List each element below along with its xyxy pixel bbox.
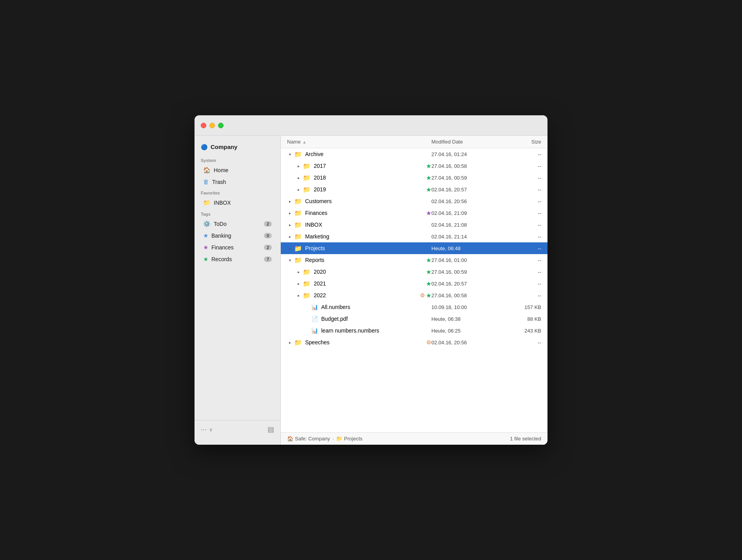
list-item[interactable]: 📊All.numbers10.09.18, 10:00157 KB [281, 301, 547, 313]
traffic-lights [201, 123, 224, 128]
file-row-badges: ★ [426, 174, 431, 182]
expand-arrow-icon[interactable]: ▸ [296, 281, 301, 286]
close-button[interactable] [201, 123, 206, 128]
file-row-size: -- [502, 340, 541, 345]
sidebar-item-trash[interactable]: 🗑 Trash [197, 176, 278, 187]
panel-button[interactable]: ▤ [267, 425, 274, 434]
green-star-badge: ★ [426, 292, 431, 299]
sidebar-item-finances[interactable]: ★ Finances 2 [197, 242, 278, 253]
sidebar-item-inbox[interactable]: 📁 INBOX [197, 197, 278, 208]
file-row-date: Heute, 06:38 [431, 316, 502, 322]
breadcrumb-home: Safe: Company [295, 436, 330, 442]
file-name-cell: ▾📁Reports★ [287, 256, 431, 264]
expand-arrow-icon[interactable]: ▸ [287, 234, 293, 239]
file-row-name: Projects [305, 245, 325, 251]
sidebar-company[interactable]: 🔵 Company [195, 142, 280, 155]
file-row-date: 02.04.16, 21:14 [431, 234, 502, 240]
app-window: 🔵 Company System 🏠 Home 🗑 Trash Favorite… [195, 115, 547, 445]
home-icon: 🏠 [203, 167, 211, 174]
expand-arrow-icon[interactable]: ▸ [287, 198, 293, 204]
folder-icon: 📁 [303, 162, 311, 170]
list-item[interactable]: ▸📁2021★02.04.16, 20:57-- [281, 278, 547, 289]
purple-star-badge: ★ [426, 209, 431, 217]
more-button[interactable]: ··· [201, 425, 207, 434]
file-name-cell: ▸📁Speeches⚙ [287, 339, 431, 346]
file-name-cell: ▸📁2017★ [287, 162, 431, 170]
banking-icon: ★ [203, 232, 208, 239]
expand-arrow-icon[interactable]: ▸ [296, 175, 301, 180]
file-name-cell: 📊All.numbers [287, 304, 431, 310]
file-row-date: 27.04.16, 00:58 [431, 163, 502, 169]
folder-icon: 📁 [294, 151, 302, 158]
chevron-button[interactable]: ∨ [209, 427, 213, 433]
file-row-name: Finances [305, 210, 327, 216]
file-name-cell: ▸📁2021★ [287, 280, 431, 287]
expand-arrow-icon[interactable] [304, 328, 310, 333]
col-header-name[interactable]: Name ▲ [287, 139, 431, 145]
expand-arrow-icon[interactable]: ▾ [287, 151, 293, 157]
list-item[interactable]: ▸📁2020★27.04.16, 00:59-- [281, 266, 547, 278]
green-star-badge: ★ [426, 256, 431, 264]
list-item[interactable]: ▸📁2022⚙★27.04.16, 00:58-- [281, 289, 547, 301]
file-row-size: 88 KB [502, 316, 541, 322]
list-item[interactable]: ▸📁Customers02.04.16, 20:56-- [281, 195, 547, 207]
list-item[interactable]: 📊learn numbers.numbersHeute, 06:25243 KB [281, 325, 547, 336]
list-item[interactable]: 📄Budget.pdfHeute, 06:3888 KB [281, 313, 547, 325]
file-row-name: Archive [305, 151, 324, 157]
file-row-size: -- [502, 175, 541, 181]
sidebar-item-records[interactable]: ★ Records 7 [197, 254, 278, 265]
file-name-cell: ▸📁Marketing [287, 233, 431, 240]
minimize-button[interactable] [209, 123, 215, 128]
sidebar-item-todo[interactable]: ⚙️ ToDo 2 [197, 218, 278, 229]
breadcrumb: 🏠 Safe: Company › 📁 Projects [287, 436, 362, 442]
expand-arrow-icon[interactable] [304, 316, 310, 322]
file-row-size: -- [502, 222, 541, 228]
expand-arrow-icon[interactable]: ▸ [287, 210, 293, 216]
file-name-cell: ▸📁2019★ [287, 186, 431, 193]
sidebar-trash-label: Trash [212, 179, 272, 185]
expand-arrow-icon[interactable]: ▸ [287, 340, 293, 345]
file-row-size: -- [502, 257, 541, 263]
file-row-date: 27.04.16, 01:00 [431, 257, 502, 263]
folder-icon: 📁 [294, 198, 302, 205]
expand-arrow-icon[interactable]: ▸ [296, 269, 301, 275]
list-item[interactable]: ▸📁2019★02.04.16, 20:57-- [281, 184, 547, 195]
expand-arrow-icon[interactable]: ▸ [296, 187, 301, 192]
breadcrumb-folder-label: Projects [344, 436, 362, 442]
list-item[interactable]: ▸📁2018★27.04.16, 00:59-- [281, 172, 547, 184]
file-name-cell: ▸📁INBOX [287, 221, 431, 229]
list-item[interactable]: ▸📁Finances★02.04.16, 21:09-- [281, 207, 547, 219]
sidebar-item-home[interactable]: 🏠 Home [197, 165, 278, 176]
expand-arrow-icon[interactable]: ▸ [296, 293, 301, 298]
todo-tag-badge: ⚙ [426, 339, 431, 345]
list-item[interactable]: ▸📁2017★27.04.16, 00:58-- [281, 160, 547, 172]
list-item[interactable]: ▾📁Reports★27.04.16, 01:00-- [281, 254, 547, 266]
expand-arrow-icon[interactable]: ▸ [287, 222, 293, 227]
expand-arrow-icon[interactable]: ▸ [296, 163, 301, 169]
folder-icon: 📁 [294, 233, 302, 240]
file-row-size: -- [502, 245, 541, 251]
expand-arrow-icon[interactable]: ▾ [287, 257, 293, 263]
file-row-name: 2022 [314, 292, 326, 298]
file-name-cell: 📄Budget.pdf [287, 316, 431, 322]
sort-arrow-icon: ▲ [302, 140, 307, 144]
list-item[interactable]: ▸📁ProjectsHeute, 06:48-- [281, 242, 547, 254]
list-item[interactable]: ▸📁INBOX02.04.16, 21:08-- [281, 219, 547, 231]
sidebar-banking-label: Banking [211, 233, 261, 239]
file-row-badges: ★ [426, 280, 431, 287]
numbers-file-icon: 📊 [311, 304, 318, 310]
file-row-size: -- [502, 293, 541, 298]
file-row-badges: ★ [426, 268, 431, 276]
maximize-button[interactable] [218, 123, 224, 128]
trash-icon: 🗑 [203, 178, 209, 185]
file-row-date: 02.04.16, 21:08 [431, 222, 502, 228]
list-item[interactable]: ▾📁Archive27.04.16, 01:24-- [281, 148, 547, 160]
col-header-date[interactable]: Modified Date [431, 139, 502, 145]
expand-arrow-icon[interactable]: ▸ [287, 245, 293, 251]
col-header-size[interactable]: Size [502, 139, 541, 145]
file-name-cell: ▸📁Projects [287, 245, 431, 252]
list-item[interactable]: ▸📁Marketing02.04.16, 21:14-- [281, 231, 547, 242]
expand-arrow-icon[interactable] [304, 304, 310, 310]
list-item[interactable]: ▸📁Speeches⚙02.04.16, 20:56-- [281, 336, 547, 348]
sidebar-item-banking[interactable]: ★ Banking 0 [197, 230, 278, 241]
